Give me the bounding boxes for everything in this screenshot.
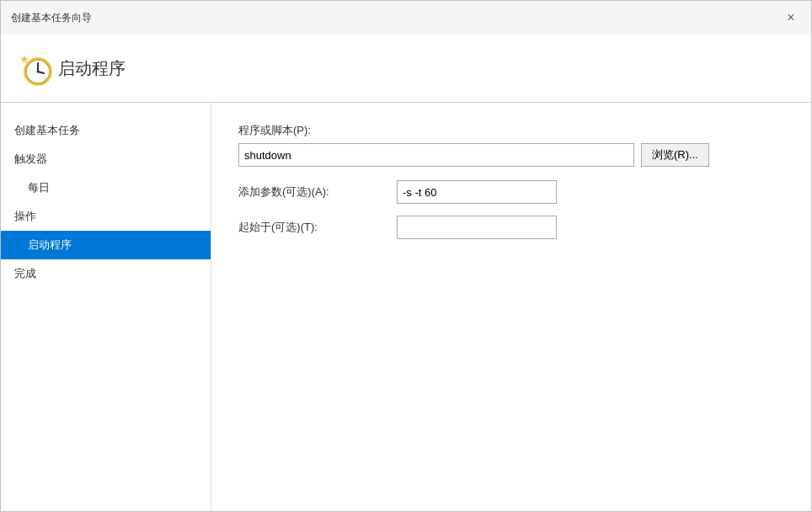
- content-area: 创建基本任务 触发器 每日 操作 启动程序 完成 程序或脚本(P):: [1, 103, 811, 511]
- sidebar-item-action[interactable]: 操作: [1, 202, 211, 231]
- start-row: 起始于(可选)(T):: [238, 216, 784, 239]
- svg-point-4: [37, 71, 40, 73]
- params-label: 添加参数(可选)(A):: [238, 184, 390, 200]
- start-label: 起始于(可选)(T):: [238, 220, 390, 235]
- sidebar: 创建基本任务 触发器 每日 操作 启动程序 完成: [1, 103, 211, 511]
- sidebar-item-finish[interactable]: 完成: [1, 259, 211, 288]
- program-input[interactable]: [238, 143, 634, 167]
- title-bar: 创建基本任务向导 ×: [1, 1, 811, 35]
- dialog: 创建基本任务向导 × 启动程序 创建基本任务: [0, 0, 812, 512]
- task-icon: [18, 48, 58, 88]
- dialog-title: 创建基本任务向导: [11, 11, 92, 25]
- params-row: 添加参数(可选)(A):: [238, 180, 784, 204]
- start-input[interactable]: [397, 216, 557, 239]
- sidebar-item-start-program[interactable]: 启动程序: [1, 231, 211, 259]
- sidebar-item-trigger[interactable]: 触发器: [1, 145, 211, 173]
- sidebar-item-daily[interactable]: 每日: [1, 173, 211, 202]
- params-input[interactable]: [397, 180, 557, 204]
- browse-button[interactable]: 浏览(R)...: [641, 143, 709, 167]
- sidebar-item-create-task[interactable]: 创建基本任务: [1, 116, 211, 145]
- header-section: 启动程序: [1, 35, 811, 103]
- close-button[interactable]: ×: [781, 8, 801, 28]
- program-input-row: 浏览(R)...: [238, 143, 784, 167]
- header-title: 启动程序: [58, 57, 126, 80]
- main-content: 程序或脚本(P): 浏览(R)... 添加参数(可选)(A): 起始于(可选)(…: [211, 103, 811, 511]
- program-label: 程序或脚本(P):: [238, 123, 784, 138]
